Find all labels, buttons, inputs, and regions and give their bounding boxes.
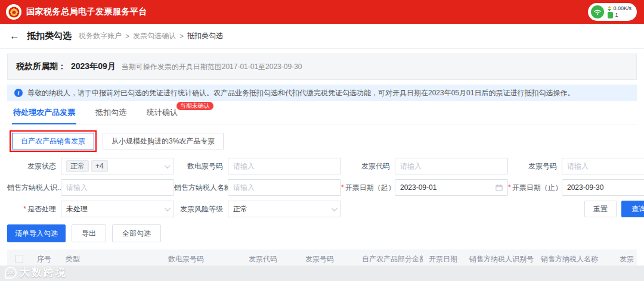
tab-deduction-select[interactable]: 抵扣勾选 (94, 107, 128, 124)
header-checkbox-cell (7, 255, 31, 263)
tab-statistics-confirm-label: 统计确认 (147, 108, 178, 117)
filter-date-end: *开票日期（止） 2023-09-30 (508, 179, 644, 196)
filter-invoice-code: 发票代码 (341, 158, 508, 174)
risk-level-value: 正常 (233, 204, 247, 214)
filter-seller-taxid: 销售方纳税人识... (7, 179, 174, 196)
filter-row-3: *是否处理 未处理 发票风险等级 正常 重置 查询 (0, 201, 644, 217)
date-start-value: 2023-09-01 (400, 183, 436, 192)
status-more-tag: +4 (91, 160, 108, 172)
filter-label: 销售方纳税人识... (7, 183, 61, 193)
required-mark: * (341, 183, 344, 192)
export-button[interactable]: 导出 (72, 224, 106, 242)
wifi-icon (591, 5, 604, 18)
status-tag: 正常 (66, 160, 89, 172)
filter-invoice-no: 发票号码 (508, 158, 644, 174)
period-value: 2023年09月 (71, 61, 116, 72)
seller-name-input[interactable] (233, 183, 336, 192)
column-header-invoice-extra: 发票 (614, 254, 637, 264)
updown-arrows-icon (608, 6, 611, 11)
network-status[interactable]: 0.00K/s 1 (588, 3, 637, 21)
breadcrumb-separator: > (179, 32, 184, 40)
unconfirmed-badge: 当期未确认 (177, 102, 213, 110)
tab-bar: 待处理农产品发票 抵扣勾选 统计确认 当期未确认 (7, 107, 637, 124)
period-label: 税款所属期： (16, 61, 66, 72)
action-row: 清单导入勾选 导出 全部勾选 (7, 224, 637, 242)
column-header-produce-amount: 自产农产品部分金额 (356, 254, 423, 264)
page-title: 抵扣类勾选 (27, 30, 72, 42)
brand: 国家税务总局电子发票服务平台 (6, 4, 147, 20)
watermark-text: 大数跨境 (20, 266, 67, 279)
chevron-down-icon (332, 205, 338, 211)
filter-label: 发票风险等级 (174, 204, 228, 214)
select-all-button[interactable]: 全部勾选 (112, 224, 161, 242)
invoice-no-input[interactable] (567, 162, 644, 170)
app-title: 国家税务总局电子发票服务平台 (26, 7, 147, 17)
notice-text: 尊敬的纳税人，请于申报前对已勾选的凭证进行统计确认。农产品业务抵扣勾选和代扣代缴… (27, 88, 574, 98)
required-mark: * (508, 183, 511, 192)
chevron-down-icon (165, 163, 171, 168)
import-select-button[interactable]: 清单导入勾选 (7, 224, 66, 242)
breadcrumb-separator: > (125, 32, 129, 40)
nav-row: ← 抵扣类勾选 税务数字账户 > 发票勾选确认 > 抵扣类勾选 (0, 24, 644, 49)
filter-label: *开票日期（起） (341, 183, 395, 193)
column-header-digital-no: 数电票号码 (162, 254, 243, 264)
column-header-seq: 序号 (31, 254, 60, 264)
date-end-value: 2023-09-30 (567, 183, 603, 192)
column-header-issue-date: 开票日期 (423, 254, 463, 264)
network-speed: 0.00K/s (613, 5, 631, 12)
filter-label: 数电票号码 (174, 161, 228, 171)
breadcrumb-item[interactable]: 发票勾选确认 (133, 31, 176, 41)
filter-invoice-status: 发票状态 正常 +4 (7, 158, 174, 174)
subtab-small-scale-3pct-invoice[interactable]: 从小规模处购进的3%农产品专票 (103, 133, 224, 149)
back-button[interactable]: ← (10, 30, 20, 42)
processed-value: 未处理 (66, 204, 88, 214)
filter-label: 发票号码 (508, 161, 562, 171)
chevron-down-icon (165, 205, 171, 211)
invoice-code-input[interactable] (400, 162, 503, 170)
tab-pending-produce-invoices[interactable]: 待处理农产品发票 (12, 107, 76, 124)
date-end-picker[interactable]: 2023-09-30 (562, 179, 644, 196)
subtab-self-produced-invoice[interactable]: 自产农产品销售发票 (12, 133, 94, 149)
processed-select[interactable]: 未处理 (61, 201, 174, 217)
filter-date-start: *开票日期（起） 2023-09-01 (341, 179, 508, 196)
column-header-seller-taxid: 销售方纳税人识别号 (463, 254, 535, 264)
breadcrumb: 税务数字账户 > 发票勾选确认 > 抵扣类勾选 (79, 31, 223, 41)
notice-bar: i 尊敬的纳税人，请于申报前对已勾选的凭证进行统计确认。农产品业务抵扣勾选和代扣… (7, 85, 637, 101)
filter-processed: *是否处理 未处理 (7, 201, 174, 217)
calendar-icon (496, 184, 503, 191)
breadcrumb-current: 抵扣类勾选 (187, 31, 223, 41)
column-header-invoice-no: 发票号码 (299, 254, 356, 264)
column-header-invoice-code: 发票代码 (243, 254, 299, 264)
filter-label: 发票状态 (7, 161, 61, 171)
filter-form: 发票状态 正常 +4 数电票号码 发票代码 发票号码 销售方纳税人识... 销售… (0, 158, 644, 196)
reset-button[interactable]: 重置 (584, 201, 617, 217)
network-count: 1 (615, 12, 618, 18)
filter-risk-level: 发票风险等级 正常 (174, 201, 341, 217)
tax-period-bar: 税款所属期： 2023年09月 当期可操作发票的开具日期范围2017-01-01… (7, 54, 637, 80)
filter-label: *开票日期（止） (508, 183, 562, 193)
seller-taxid-input[interactable] (66, 183, 169, 192)
annotation-highlight-box: 自产农产品销售发票 (10, 130, 97, 152)
app-header: 国家税务总局电子发票服务平台 0.00K/s 1 (0, 0, 644, 24)
watermark: 100 大数跨境 (5, 266, 67, 279)
info-icon: i (14, 89, 23, 97)
date-start-picker[interactable]: 2023-09-01 (395, 179, 508, 196)
filter-label: 发票代码 (341, 161, 395, 171)
column-header-type: 类型 (60, 254, 162, 264)
filter-seller-name: 销售方纳税人名称 (174, 179, 341, 196)
breadcrumb-item[interactable]: 税务数字账户 (79, 31, 122, 41)
risk-level-select[interactable]: 正常 (228, 201, 341, 217)
tab-statistics-confirm[interactable]: 统计确认 当期未确认 (145, 107, 179, 124)
filter-label: 销售方纳税人名称 (174, 183, 228, 193)
column-header-seller-name: 销售方纳税人名称 (535, 254, 614, 264)
digital-invoice-no-input[interactable] (233, 162, 336, 170)
period-hint: 当期可操作发票的开具日期范围2017-01-01至2023-09-30 (122, 62, 302, 72)
battery-icon (608, 12, 613, 18)
filter-digital-invoice-no: 数电票号码 (174, 158, 341, 174)
filter-label: *是否处理 (7, 204, 61, 214)
footer-strip (0, 266, 644, 281)
tax-logo-icon (6, 4, 21, 20)
invoice-status-select[interactable]: 正常 +4 (61, 158, 174, 174)
query-button[interactable]: 查询 (621, 201, 644, 217)
select-all-checkbox[interactable] (15, 255, 23, 263)
